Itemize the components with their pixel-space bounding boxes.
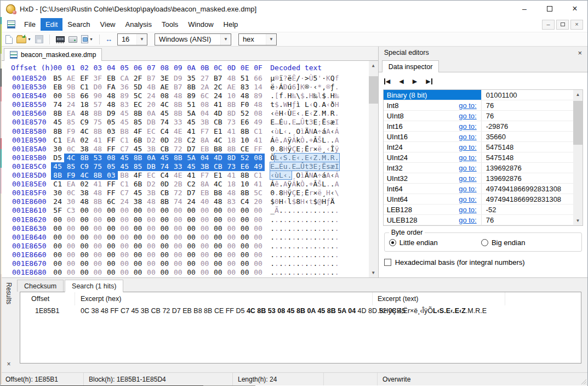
hex-byte[interactable]: 24 [185,197,198,206]
hex-byte[interactable]: 4B [145,83,158,92]
hex-byte[interactable]: 00 [131,268,144,277]
hex-byte[interactable]: 8A [198,180,211,189]
hex-bytes-cell[interactable]: B5AEEF3FEBCA2FB73ED93527B74B5166 [51,74,265,83]
inspector-row[interactable]: Int64go to:4974941866992831308 [384,184,573,194]
inspector-row[interactable]: ULEB128go to:76 [384,215,573,225]
menu-search[interactable]: Search [62,18,95,31]
hex-byte[interactable]: 8B [158,197,171,206]
hex-byte[interactable]: 2C [212,83,225,92]
decoded-text-cell[interactable]: E…Éu.E…Ût3E;ËsæI [270,118,339,127]
inspector-row[interactable]: Binary (8 bit)01001100 [384,90,573,100]
hex-byte[interactable]: 00 [225,206,238,215]
decoded-text-cell[interactable]: ................ [270,224,339,233]
hex-byte[interactable]: DB [145,118,158,127]
hex-byte[interactable]: CB [212,162,225,171]
hex-byte[interactable]: 24 [145,92,158,100]
hex-byte[interactable]: F9 [64,127,77,136]
hex-byte[interactable]: 00 [64,215,77,224]
hex-bytes-cell[interactable]: 5FC30000000000000000000000000000 [51,206,265,215]
hex-byte[interactable]: 00 [51,224,64,233]
decoded-text-cell[interactable]: 0.8HÿÇE;Ër×ë¸‹Îÿ [270,145,339,154]
menu-view[interactable]: View [95,18,121,31]
hex-byte[interactable]: 00 [252,206,265,215]
hex-byte[interactable]: 45 [51,118,64,127]
hex-byte[interactable]: CB [158,189,171,197]
inspector-row[interactable]: UInt32go to:139692876 [384,173,573,184]
hex-byte[interactable]: 3B [198,118,211,127]
hex-byte[interactable]: CB [212,118,225,127]
inspector-type-label[interactable]: ULEB128go to: [384,215,481,225]
hex-byte[interactable]: 00 [118,242,131,251]
hex-byte[interactable]: 4C [212,136,225,145]
hex-byte[interactable]: 30 [51,145,64,154]
hex-byte[interactable]: 00 [131,259,144,268]
hex-byte[interactable]: 83 [238,83,251,92]
goto-link[interactable]: go to: [459,195,477,203]
hex-byte[interactable]: 3E [158,74,171,83]
inspector-value[interactable]: 4974941866992831308 [481,184,573,194]
hex-byte[interactable]: 00 [158,242,171,251]
hex-byte[interactable]: D2 [145,136,158,145]
hex-byte[interactable]: 00 [64,242,77,251]
hex-byte[interactable]: C2 [185,180,198,189]
row-offset[interactable]: 001E85E0 [1,180,51,189]
hex-byte[interactable]: 20 [252,197,265,206]
hex-byte[interactable]: C1 [51,180,64,189]
previous-byte-button[interactable]: ◀ [399,78,403,85]
inspector-row[interactable]: UInt8go to:76 [384,111,573,121]
hex-byte[interactable]: 85 [64,162,77,171]
hex-byte[interactable]: 4F [131,127,144,136]
hex-byte[interactable]: 8B [225,145,238,154]
menu-tools[interactable]: Tools [157,18,183,31]
hex-byte[interactable]: 00 [225,233,238,242]
hex-byte[interactable]: 00 [78,251,91,259]
hex-byte[interactable]: 2B [172,136,185,145]
row-offset[interactable]: 001E8650 [1,242,51,251]
big-endian-radio[interactable]: Big endian [481,239,573,247]
hex-byte[interactable]: 89 [252,92,265,100]
hex-byte[interactable]: 00 [185,224,198,233]
inspector-scrollbar[interactable]: ▲ ▼ [573,90,583,225]
hex-byte[interactable]: F0 [238,100,251,109]
hex-byte[interactable]: 00 [185,215,198,224]
hex-bytes-cell[interactable]: 8BF94C8B03B84FECC44E41F7E1418BC1 [51,171,265,180]
hex-byte[interactable]: 00 [238,259,251,268]
hex-byte[interactable]: 00 [105,251,118,259]
inspector-value[interactable]: 76 [481,111,573,121]
hex-byte[interactable]: 41 [185,171,198,180]
hex-byte[interactable]: EA [64,109,77,118]
hex-byte[interactable]: EA [64,136,77,145]
result-offset[interactable]: 1E85B1 [20,305,75,316]
minimize-button[interactable]: – [512,1,537,17]
hex-bytes-cell[interactable]: 00000000000000000000000000000000 [51,233,265,242]
hex-byte[interactable]: 4F [131,171,144,180]
hex-byte[interactable]: 00 [118,233,131,242]
hex-byte[interactable]: 0A [145,154,158,162]
hex-byte[interactable]: 18 [225,136,238,145]
hex-byte[interactable]: 2A [198,83,211,92]
hex-byte[interactable]: 4E [172,127,185,136]
inspector-row[interactable]: UInt24go to:5475148 [384,152,573,163]
hex-byte[interactable]: C2 [185,136,198,145]
hex-byte[interactable]: 00 [198,215,211,224]
hex-byte[interactable]: 02 [78,180,91,189]
hex-byte[interactable]: EB [198,189,211,197]
hex-bytes-cell[interactable]: C1EA0241FFC16BD20D2BC28A4C181041 [51,136,265,145]
hex-byte[interactable]: 03 [105,171,118,180]
decoded-text-cell[interactable]: ÕL‹S.E‹.E‹Z.M.R. [270,154,339,162]
hex-byte[interactable]: 00 [212,259,225,268]
hex-byte[interactable]: 8A [198,136,211,145]
hex-byte[interactable]: 00 [185,242,198,251]
tab-data-inspector[interactable]: Data inspector [382,60,439,72]
hex-byte[interactable]: E1 [212,171,225,180]
hex-byte[interactable]: FF [252,145,265,154]
row-offset[interactable]: 001E8580 [1,127,51,136]
row-offset[interactable]: 001E85C0 [1,162,51,171]
menu-analysis[interactable]: Analysis [121,18,157,31]
hex-byte[interactable]: C9 [78,162,91,171]
hex-byte[interactable]: 00 [131,233,144,242]
hex-bytes-cell[interactable]: 742418574883EC204C8B5108418BF048 [51,100,265,109]
hex-byte[interactable]: 00 [158,233,171,242]
hex-byte[interactable]: 00 [105,215,118,224]
inspector-value[interactable]: -29876 [481,121,573,131]
